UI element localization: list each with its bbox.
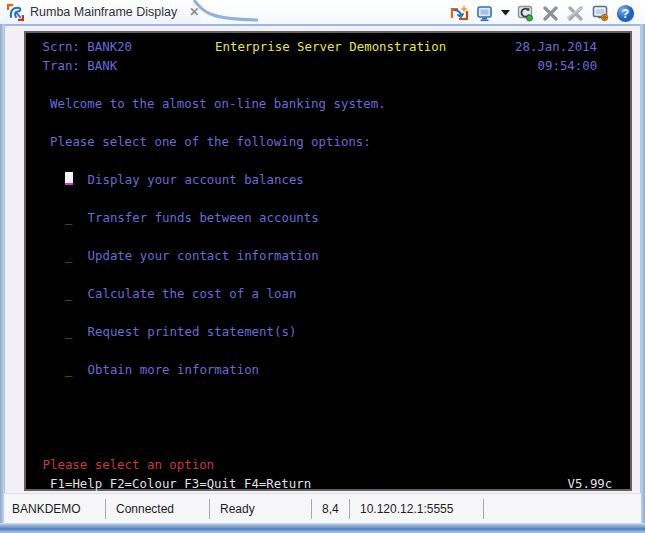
frame-edge-bottom <box>0 523 645 533</box>
terminal-row: Tran: BANK09:54:00 <box>35 58 630 77</box>
terminal-text-segment: Please select an option <box>43 457 215 472</box>
frame-edge-right <box>640 24 645 533</box>
status-item: BANKDEMO <box>4 499 106 519</box>
session-wizard-icon[interactable] <box>450 4 469 23</box>
status-bar: BANKDEMOConnectedReady8,410.120.12.1:555… <box>4 493 641 523</box>
rumba-window: Rumba Mainframe Display ✕ <box>0 0 645 533</box>
terminal-grid: Scrn: BANK20Enterprise Server Demonstrat… <box>26 33 630 489</box>
terminal-text-segment: Display your account balances <box>88 172 304 187</box>
reconnect-icon[interactable] <box>516 4 535 23</box>
terminal-text-segment: Please select one of the following optio… <box>50 134 371 149</box>
terminal-text-segment: 09:54:00 <box>538 58 598 73</box>
status-item: 10.120.12.1:5555 <box>350 499 484 519</box>
terminal-input-field[interactable]: _ <box>65 324 72 339</box>
tab-rumba-mainframe-display[interactable]: Rumba Mainframe Display ✕ <box>0 0 201 24</box>
svg-text:?: ? <box>622 7 629 21</box>
terminal-row: Display your account balances <box>35 172 630 191</box>
terminal-text-segment: Tran: BANK <box>43 58 118 73</box>
terminal-row: _Update your contact information <box>35 248 630 267</box>
terminal-text-segment: Enterprise Server Demonstration <box>215 39 446 54</box>
status-item: Ready <box>210 499 312 519</box>
disconnect-icon[interactable] <box>541 4 560 23</box>
terminal-text-segment: Obtain more information <box>88 362 260 377</box>
tab-swoosh-decoration <box>190 0 260 24</box>
terminal-input-field[interactable]: _ <box>65 248 72 263</box>
terminal-row: Please select one of the following optio… <box>35 134 630 153</box>
terminal-text-segment: F1=Help F2=Colour F3=Quit F4=Return <box>50 476 311 491</box>
rumba-logo-icon <box>7 4 24 21</box>
terminal-input-field[interactable]: _ <box>65 286 72 301</box>
terminal-input-field[interactable]: _ <box>65 362 72 377</box>
terminal-input-field[interactable]: _ <box>65 210 72 225</box>
status-item: 8,4 <box>312 499 350 519</box>
terminal-cursor[interactable] <box>65 172 73 185</box>
terminal-row: _Request printed statement(s) <box>35 324 630 343</box>
terminal-text-segment: Request printed statement(s) <box>88 324 297 339</box>
terminal-text-segment: Scrn: BANK20 <box>43 39 133 54</box>
display-icon[interactable] <box>475 4 494 23</box>
display-dropdown-arrow-icon[interactable] <box>500 4 510 23</box>
view-toolbar: ? <box>450 2 635 24</box>
terminal-screen[interactable]: Scrn: BANK20Enterprise Server Demonstrat… <box>24 31 632 491</box>
terminal-row: _Transfer funds between accounts <box>35 210 630 229</box>
terminal-text-segment: V5.99c <box>568 476 613 491</box>
status-item: Connected <box>106 499 210 519</box>
terminal-row: _Calculate the cost of a loan <box>35 286 630 305</box>
terminal-text-segment: Transfer funds between accounts <box>88 210 319 225</box>
disconnect-all-icon[interactable] <box>566 4 585 23</box>
terminal-row: Scrn: BANK20Enterprise Server Demonstrat… <box>35 39 630 58</box>
view-tab-bar: Rumba Mainframe Display ✕ <box>0 0 645 26</box>
terminal-text-segment: Calculate the cost of a loan <box>88 286 297 301</box>
terminal-row: Welcome to the almost on-line banking sy… <box>35 96 630 115</box>
terminal-text-segment: 28.Jan.2014 <box>515 39 597 54</box>
terminal-text-segment: Welcome to the almost on-line banking sy… <box>50 96 386 111</box>
frame-edge-left <box>0 24 5 533</box>
tab-title: Rumba Mainframe Display <box>30 5 181 19</box>
display-settings-icon[interactable] <box>591 4 610 23</box>
help-icon[interactable]: ? <box>616 4 635 23</box>
terminal-row: Please select an option <box>35 457 630 476</box>
terminal-text-segment: Update your contact information <box>88 248 319 263</box>
terminal-row: _Obtain more information <box>35 362 630 381</box>
